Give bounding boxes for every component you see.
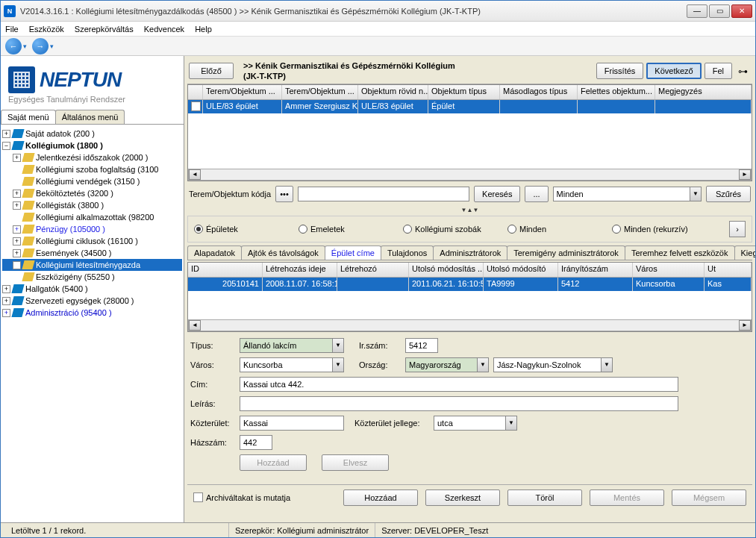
tab-sajat-menu[interactable]: Saját menü [1,110,56,124]
elozo-button[interactable]: Előző [189,63,234,79]
grid-header[interactable]: Létrehozó [337,263,409,277]
megye-select[interactable] [493,357,601,372]
radio-emeletek[interactable] [299,225,307,234]
nav-back-dropdown[interactable]: ▾ [23,43,31,50]
grid-header[interactable]: Terem/Objektum ... [203,85,282,99]
subtab-ajtok[interactable]: Ajtók és távolságok [241,245,325,260]
tree-item[interactable]: Kollégiumi vendégek (3150 ) [36,177,140,186]
tree-item[interactable]: Adminisztráció (95400 ) [25,308,112,317]
grid-header[interactable]: Másodlagos típus [500,85,578,99]
chevron-down-icon[interactable]: ▼ [332,357,344,372]
expand-icon[interactable]: + [2,130,10,138]
leiras-input[interactable] [240,396,678,411]
tree-item[interactable]: Események (34500 ) [36,248,112,257]
expand-icon[interactable]: + [2,285,10,293]
scroll-right-icon[interactable]: ► [739,169,751,180]
subtab-tulajdonos[interactable]: Tulajdonos [381,245,434,260]
menu-help[interactable]: Help [195,25,212,34]
expand-icon[interactable]: + [13,225,21,234]
grid-header[interactable]: Terem/Objektum ... [282,85,358,99]
tree-view[interactable]: +Saját adatok (200 ) −Kollégiumok (1800 … [1,125,184,524]
irszam-input[interactable] [405,338,438,353]
search-input[interactable] [298,187,469,201]
archive-checkbox[interactable] [193,492,203,502]
menu-file[interactable]: File [5,25,19,34]
grid-header[interactable]: Létrehozás ideje [263,263,337,277]
menu-eszkozok[interactable]: Eszközök [29,25,64,34]
hozzaad-mini-button[interactable]: Hozzáad [240,454,307,471]
nav-forward-button[interactable]: → [32,38,49,54]
tree-item[interactable]: Kollégiumi szoba foglaltság (3100 [36,165,159,174]
tree-item[interactable]: Pénzügy (105000 ) [36,225,105,234]
grid-header[interactable]: Megjegyzés [655,85,752,99]
address-grid[interactable]: ID Létrehozás ideje Létrehozó Utolsó mód… [187,262,752,332]
grid-row[interactable]: 20510141 2008.11.07. 16:58:1 2011.06.21.… [188,278,752,291]
collapse-icon[interactable]: − [2,142,10,150]
row-checkbox[interactable] [191,101,201,111]
hozzaad-button[interactable]: Hozzáad [343,489,418,506]
tree-item-selected[interactable]: Kollégiumi létesítménygazda [36,260,140,269]
horizontal-scrollbar[interactable]: ◄ ► [188,169,752,181]
tree-item[interactable]: Beköltöztetés (3200 ) [36,189,113,198]
kereses-button[interactable]: Keresés [474,186,520,202]
tree-item[interactable]: Saját adatok (200 ) [25,129,95,138]
tree-item[interactable]: Kollégisták (3800 ) [36,201,104,210]
nav-forward-dropdown[interactable]: ▾ [50,43,57,50]
tree-item[interactable]: Hallgatók (5400 ) [25,284,88,293]
field-picker-button[interactable]: ••• [275,186,293,202]
torol-button[interactable]: Töröl [507,489,582,506]
chevron-down-icon[interactable]: ▼ [601,357,613,372]
pin-icon[interactable]: ⊶ [735,66,751,77]
elvesz-button[interactable]: Elvesz [322,454,389,471]
scroll-left-icon[interactable]: ◄ [189,320,201,331]
subtab-admin[interactable]: Adminisztrátorok [433,245,507,260]
nav-back-button[interactable]: ← [5,38,22,54]
grid-header[interactable]: Ut [705,263,752,277]
subtab-kiege[interactable]: Kiegé [734,245,756,260]
tree-item[interactable]: Eszközigény (55250 ) [36,272,115,281]
expand-icon[interactable]: + [13,261,21,269]
next-arrow-button[interactable]: › [729,221,746,237]
grid-header[interactable]: Utolsó módosítás ... [409,263,484,277]
hazszam-input[interactable] [240,435,272,450]
kozterulet-input[interactable] [240,416,344,431]
cim-input[interactable] [240,377,678,392]
collapse-up-icon[interactable]: ▼▲▼ [461,207,479,213]
expand-icon[interactable]: + [13,201,21,210]
chevron-down-icon[interactable]: ▼ [505,416,517,431]
chevron-down-icon[interactable]: ▼ [332,338,344,353]
grid-row[interactable]: ULE/83 épület Ammer Szergiusz Ko ULE/83 … [188,100,752,113]
radio-szobak[interactable] [403,225,412,234]
chevron-down-icon[interactable]: ▼ [477,357,489,372]
expand-icon[interactable]: + [13,154,21,162]
kozjelleg-select[interactable] [434,416,505,431]
expand-icon[interactable]: + [2,297,10,305]
radio-minden[interactable] [507,225,516,234]
object-grid[interactable]: Terem/Objektum ... Terem/Objektum ... Ob… [187,84,752,181]
scroll-right-icon[interactable]: ► [739,320,751,331]
szures-button[interactable]: Szűrés [706,186,751,202]
kovetkezo-button[interactable]: Következő [646,63,701,79]
expand-icon[interactable]: + [13,237,21,245]
tree-item[interactable]: Kollégiumok (1800 ) [25,141,103,150]
tab-altalanos-menu[interactable]: Általános menü [55,110,125,124]
megsem-button[interactable]: Mégsem [672,489,746,506]
grid-header[interactable]: Felettes objektum... [578,85,655,99]
horizontal-scrollbar[interactable]: ◄ ► [188,319,752,331]
tree-item[interactable]: Kollégiumi alkalmazottak (98200 [36,213,154,222]
frissites-button[interactable]: Frissítés [596,63,644,79]
tree-item[interactable]: Szervezeti egységek (28000 ) [25,296,134,305]
menu-szerep[interactable]: Szerepkörváltás [75,25,134,34]
tree-item[interactable]: Jelentkezési időszakok (2000 ) [36,153,148,162]
fel-button[interactable]: Fel [705,63,732,79]
grid-header[interactable]: ID [188,263,263,277]
grid-header[interactable] [188,85,203,99]
subtab-epulet-cime[interactable]: Épület címe [325,245,381,260]
grid-header[interactable]: Utolsó módosító [484,263,558,277]
subtab-eszkozok[interactable]: Teremhez felvett eszközök [625,245,735,260]
szerkeszt-button[interactable]: Szerkeszt [425,489,500,506]
close-button[interactable]: ✕ [731,4,752,18]
grid-header[interactable]: Irányítószám [558,263,633,277]
menu-kedvencek[interactable]: Kedvencek [144,25,184,34]
mentes-button[interactable]: Mentés [590,489,664,506]
